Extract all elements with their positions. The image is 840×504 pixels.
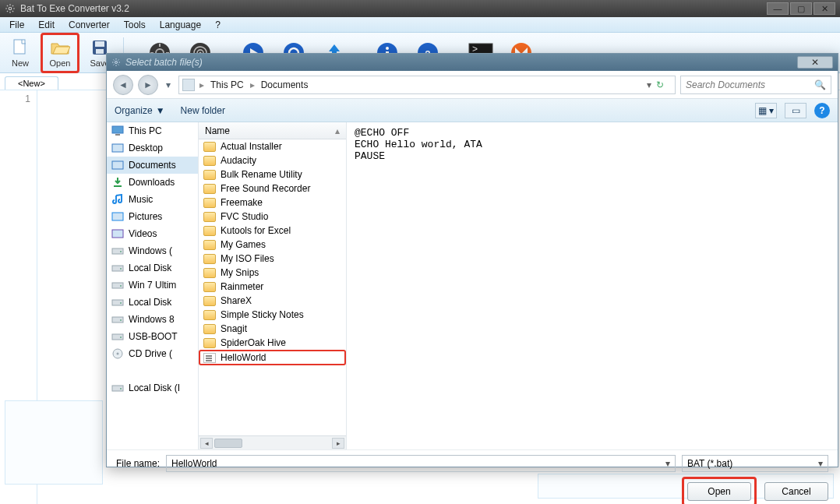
file-row[interactable]: ShareX xyxy=(199,294,346,308)
svg-rect-1 xyxy=(14,40,25,54)
horizontal-scrollbar[interactable]: ◂ ▸ xyxy=(199,435,346,449)
svg-point-36 xyxy=(120,268,122,270)
scroll-thumb[interactable] xyxy=(214,439,242,448)
tree-item[interactable]: Local Disk xyxy=(107,259,198,277)
search-placeholder: Search Documents xyxy=(686,79,765,90)
new-button[interactable]: New xyxy=(5,35,36,71)
file-row-selected[interactable]: HelloWorld xyxy=(199,350,346,365)
preview-pane: @ECHO OFF ECHO Hello world, ATA PAUSE xyxy=(347,122,838,449)
search-input[interactable]: Search Documents 🔍 xyxy=(680,76,831,94)
menu-help[interactable]: ? xyxy=(209,18,227,32)
cancel-button[interactable]: Cancel xyxy=(764,482,828,501)
tree-label: Windows 8 xyxy=(129,314,175,325)
new-icon xyxy=(9,38,31,57)
new-folder-button[interactable]: New folder xyxy=(181,105,225,116)
pc-icon xyxy=(111,125,124,137)
tree-item[interactable]: Documents xyxy=(107,157,198,174)
music-icon xyxy=(111,193,124,206)
minimize-button[interactable]: — xyxy=(767,2,789,15)
file-name: Audacity xyxy=(221,155,256,166)
filename-input[interactable]: HelloWorld ▾ xyxy=(166,455,676,472)
drive-icon xyxy=(111,382,124,394)
column-header[interactable]: Name ▴ xyxy=(199,122,346,139)
breadcrumb-folder[interactable]: Documents xyxy=(256,79,313,90)
tree-item[interactable]: CD Drive ( xyxy=(107,345,198,362)
tree-item[interactable]: Downloads xyxy=(107,174,198,191)
tree-item[interactable]: Music xyxy=(107,191,198,208)
close-button[interactable]: ✕ xyxy=(814,2,835,15)
tree-item[interactable]: USB-BOOT xyxy=(107,328,198,345)
tree-item[interactable]: Videos xyxy=(107,225,198,242)
view-button[interactable]: ▦ ▾ xyxy=(755,103,777,118)
file-row[interactable]: FVC Studio xyxy=(199,210,346,224)
file-row[interactable]: Free Sound Recorder xyxy=(199,182,346,196)
tree-label: Local Disk xyxy=(129,297,171,308)
breadcrumb[interactable]: ▸ This PC ▸ Documents ▾ ↻ xyxy=(178,76,676,94)
svg-point-18 xyxy=(386,47,389,50)
file-row[interactable]: Kutools for Excel xyxy=(199,224,346,238)
file-name: ShareX xyxy=(221,295,252,306)
svg-point-25 xyxy=(115,62,118,64)
file-row[interactable]: Freemake xyxy=(199,196,346,210)
menu-converter[interactable]: Converter xyxy=(62,18,116,32)
file-row[interactable]: Rainmeter xyxy=(199,280,346,294)
file-row[interactable]: Bulk Rename Utility xyxy=(199,167,346,182)
file-name: SpiderOak Hive xyxy=(221,337,286,348)
open-button[interactable]: Open xyxy=(687,482,751,501)
dialog-buttons: Open Cancel xyxy=(107,476,838,504)
tree-item[interactable]: This PC xyxy=(107,122,198,139)
tree-item[interactable]: Desktop xyxy=(107,139,198,157)
file-row[interactable]: SpiderOak Hive xyxy=(199,336,346,350)
tree-item[interactable] xyxy=(107,362,198,379)
filename-label: File name: xyxy=(116,458,160,469)
forward-button[interactable]: ► xyxy=(138,75,158,95)
file-row[interactable]: Audacity xyxy=(199,153,346,167)
tree-label: Pictures xyxy=(129,211,162,222)
file-row[interactable]: Simple Sticky Notes xyxy=(199,308,346,322)
gear-icon xyxy=(111,58,121,67)
back-button[interactable]: ◄ xyxy=(113,75,133,95)
svg-rect-32 xyxy=(112,230,123,238)
chevron-down-icon[interactable]: ▾ xyxy=(647,79,651,90)
refresh-icon[interactable]: ↻ xyxy=(656,79,672,90)
file-row[interactable]: Snagit xyxy=(199,322,346,336)
tree-item[interactable]: Win 7 Ultim xyxy=(107,277,198,294)
folder-icon xyxy=(203,268,216,278)
help-button[interactable]: ? xyxy=(814,103,830,118)
tree-item[interactable]: Windows 8 xyxy=(107,311,198,328)
menu-language[interactable]: Language xyxy=(154,18,207,32)
dialog-nav: ◄ ► ▾ ▸ This PC ▸ Documents ▾ ↻ Search D… xyxy=(107,71,838,99)
maximize-button[interactable]: ▢ xyxy=(790,2,812,15)
preview-pane-button[interactable]: ▭ xyxy=(785,103,806,118)
menu-edit[interactable]: Edit xyxy=(32,18,61,32)
dialog-close-button[interactable]: ✕ xyxy=(797,56,833,69)
menu-file[interactable]: File xyxy=(3,18,30,32)
file-row[interactable]: Actual Installer xyxy=(199,139,346,153)
scroll-left-icon[interactable]: ◂ xyxy=(200,438,213,449)
filetype-select[interactable]: BAT (*.bat) ▾ xyxy=(682,455,828,472)
tree-item[interactable]: Pictures xyxy=(107,208,198,225)
chevron-down-icon[interactable]: ▾ xyxy=(818,458,823,469)
menu-tools[interactable]: Tools xyxy=(118,18,152,32)
file-name: Rainmeter xyxy=(221,281,263,292)
filetype-value: BAT (*.bat) xyxy=(687,458,732,469)
nav-tree: This PCDesktopDocumentsDownloadsMusicPic… xyxy=(107,122,199,449)
breadcrumb-root[interactable]: This PC xyxy=(206,79,249,90)
chevron-right-icon: ▸ xyxy=(199,79,204,90)
scroll-right-icon[interactable]: ▸ xyxy=(332,438,344,449)
tree-item[interactable]: Local Disk (I xyxy=(107,379,198,397)
history-dropdown[interactable]: ▾ xyxy=(163,77,174,93)
tab-new[interactable]: <New> xyxy=(5,76,58,90)
chevron-down-icon[interactable]: ▾ xyxy=(665,458,670,469)
svg-rect-28 xyxy=(112,144,123,152)
open-button[interactable]: Open xyxy=(44,35,76,71)
file-row[interactable]: My Games xyxy=(199,238,346,252)
tree-item[interactable]: Windows ( xyxy=(107,242,198,259)
file-row[interactable]: My Snips xyxy=(199,266,346,280)
dialog-body: This PCDesktopDocumentsDownloadsMusicPic… xyxy=(107,122,838,449)
file-row[interactable]: My ISO Files xyxy=(199,252,346,266)
folder-icon xyxy=(203,184,216,194)
organize-button[interactable]: Organize▼ xyxy=(115,105,165,116)
dialog-command-bar: Organize▼ New folder ▦ ▾ ▭ ? xyxy=(107,99,838,122)
tree-item[interactable]: Local Disk xyxy=(107,294,198,311)
